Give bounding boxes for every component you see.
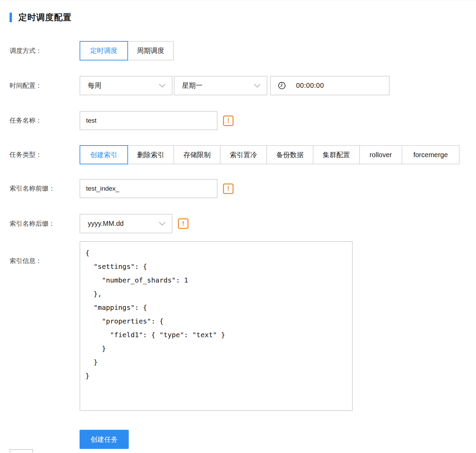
clock-icon [278,81,286,90]
task-name-label: 任务名称： [10,116,80,125]
chevron-down-icon [254,84,261,88]
frequency-select[interactable]: 每周 [80,76,172,95]
task-name-input[interactable] [80,111,218,130]
task-type-rollover[interactable]: rollover [359,145,402,164]
task-type-row: 任务类型： 创建索引 删除索引 存储限制 索引置冷 备份数据 集群配置 roll… [10,145,476,164]
warning-exclamation-icon: ! [223,183,234,194]
task-name-row: 任务名称： ! [10,111,476,130]
frequency-select-value: 每周 [88,81,101,90]
index-suffix-label: 索引名称后缀： [10,219,80,228]
task-type-create-index[interactable]: 创建索引 [80,145,128,164]
schedule-mode-label: 调度方式： [10,46,80,55]
time-picker-value: 00:00:00 [296,82,324,90]
index-info-row: 索引信息： { "settings": { "number_of_shards"… [10,241,476,411]
create-task-button[interactable]: 创建任务 [80,430,129,449]
chevron-down-icon [159,222,166,226]
task-type-backup-data[interactable]: 备份数据 [266,145,313,164]
task-type-storage-limit[interactable]: 存储限制 [173,145,221,164]
tab-timed-schedule[interactable]: 定时调度 [80,41,128,60]
submit-row: 创建任务 [10,430,476,449]
tab-periodic-schedule[interactable]: 周期调度 [127,41,174,60]
scheduled-task-config-page: 定时调度配置 调度方式： 定时调度 周期调度 时间配置： 每周 星期一 [0,0,476,453]
warning-exclamation-icon: ! [223,115,234,126]
index-prefix-label: 索引名称前缀： [10,184,80,193]
index-info-textarea[interactable]: { "settings": { "number_of_shards": 1 },… [80,241,353,411]
task-type-label: 任务类型： [10,150,80,159]
warning-exclamation-icon: ! [178,218,188,229]
time-picker[interactable]: 00:00:00 [270,76,390,95]
task-type-index-freeze[interactable]: 索引置冷 [220,145,267,164]
title-accent-bar [10,13,12,22]
schedule-mode-row: 调度方式： 定时调度 周期调度 [10,41,476,60]
index-prefix-row: 索引名称前缀： ! [10,179,476,198]
weekday-select-value: 星期一 [182,81,202,90]
index-prefix-input[interactable] [80,179,218,198]
page-title: 定时调度配置 [18,12,72,23]
task-type-forcemerge[interactable]: forcemerge [402,145,460,164]
task-type-button-group: 创建索引 删除索引 存储限制 索引置冷 备份数据 集群配置 rollover f… [80,145,460,164]
index-info-label: 索引信息： [10,241,80,265]
index-suffix-row: 索引名称后缀： yyyy.MM.dd ! [10,214,476,233]
time-config-row: 时间配置： 每周 星期一 00:00:00 [10,76,476,95]
task-type-delete-index[interactable]: 删除索引 [127,145,174,164]
chevron-down-icon [159,84,166,88]
index-suffix-select[interactable]: yyyy.MM.dd [80,214,172,233]
task-type-cluster-config[interactable]: 集群配置 [313,145,360,164]
index-suffix-select-value: yyyy.MM.dd [88,220,124,228]
page-header: 定时调度配置 [10,12,476,23]
partial-button-bottom[interactable] [10,449,33,453]
schedule-mode-tab-group: 定时调度 周期调度 [80,41,174,60]
weekday-select[interactable]: 星期一 [174,76,267,95]
time-config-label: 时间配置： [10,81,80,90]
